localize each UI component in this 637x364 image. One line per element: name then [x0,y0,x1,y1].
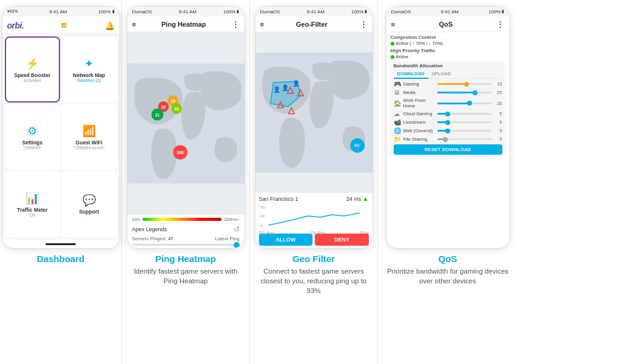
livestream-icon: 📹 [394,119,401,126]
qos-body: Congestion Control Active ( ↑ 70% / ↓ 70… [386,32,510,248]
gaming-label: Gaming [403,81,435,87]
geo-menu-icon[interactable]: ≡ [260,21,264,28]
ping-game-name: Apex Legends [132,226,167,232]
reset-download-button[interactable]: RESET DOWNLOAD [394,144,502,155]
support-tile[interactable]: 💬 Support [61,171,117,237]
qos-top-bar: ≡ QoS ⋮ [386,16,510,32]
ping-heatmap-phone: DumaOS 9:41 AM 100% ▮ ≡ Ping Heatmap ⋮ [127,6,245,249]
settings-tile[interactable]: ⚙ Settings "OR8884" [5,104,61,170]
geo-action-buttons: ALLOW DENY [259,234,369,246]
ping-battery: 100% [223,9,235,15]
speed-booster-icon: ⚡ [25,57,39,70]
livestream-val: 5 [494,120,502,125]
geo-axis-left: 20s Ago [259,231,274,235]
livestream-slider[interactable] [437,120,491,125]
dashboard-label-area: Dashboard [35,254,87,266]
geo-filter-panel: DumaOS 9:41 AM 100% ▮ ≡ Geo-Filter ⋮ [250,0,377,364]
tab-upload[interactable]: UPLOAD [428,70,455,78]
orbi-header: orbi. 📶 🔔 [2,16,120,34]
dashboard-panel: ▾90% 9:41 AM 100% ▮ orbi. 📶 🔔 ⚡ [0,0,121,364]
guest-wifi-icon: 📶 [83,124,96,138]
svg-text:0: 0 [260,224,263,228]
bandwidth-allocation: Bandwidth Allocation DOWNLOAD UPLOAD 🎮 G… [391,61,505,157]
network-map-icon: ✦ [84,57,93,70]
guest-wifi-label: Guest WiFi [76,140,103,146]
congestion-label: Congestion Control [391,35,505,40]
ping-heatmap-panel: DumaOS 9:41 AM 100% ▮ ≡ Ping Heatmap ⋮ [122,0,249,364]
geo-title: Geo Filter [257,254,370,264]
speed-booster-tile[interactable]: ⚡ Speed Booster Activated [5,36,61,103]
file-sharing-label: File Sharing [403,136,435,142]
geo-allow-button[interactable]: ALLOW [259,234,313,246]
gaming-val: 15 [494,81,502,87]
ping-screen-title: Ping Heatmap [161,21,206,28]
bell-icon[interactable]: 🔔 [105,21,115,30]
congestion-status-text: Active ( ↑ 70% / ↓ 70%) [396,41,443,46]
guest-wifi-status: "OR8884-Guest" [73,146,105,150]
media-icon: 🖥 [394,89,401,96]
geo-status-bar: DumaOS 9:41 AM 100% ▮ [255,7,372,16]
qos-wifi-label: DumaOS [391,9,411,15]
geo-axis-right: Now [360,231,368,235]
geo-wifi-label: DumaOS [260,9,280,15]
ping-refresh-icon[interactable]: ↺ [234,225,240,234]
wfh-slider[interactable] [437,101,491,106]
wfh-label: Work From Home [403,98,435,109]
gaming-icon: 🎮 [394,81,401,87]
ping-top-bar: ≡ Ping Heatmap ⋮ [127,16,244,32]
geo-deny-button[interactable]: DENY [315,234,369,246]
web-slider[interactable] [437,129,491,133]
network-map-label: Network Map [73,72,105,78]
cloud-gaming-icon: ☁ [394,110,401,117]
orbi-screen: ▾90% 9:41 AM 100% ▮ orbi. 📶 🔔 ⚡ [2,7,120,248]
ping-scale-max: 200ms+ [224,217,239,221]
speed-booster-label: Speed Booster [14,72,50,78]
geo-map-screen: DumaOS 9:41 AM 100% ▮ ≡ Geo-Filter ⋮ [255,7,372,248]
high-priority-label: High Priority Traffic [391,48,505,53]
wfh-icon: 🏠 [394,100,401,107]
traffic-meter-tile[interactable]: 📊 Traffic Meter Off [5,171,61,237]
geo-player-1: 👤 [272,86,280,93]
ping-map-area: 10 16 21 30 366 [127,32,244,215]
ping-label-area: Ping Heatmap Identify fastest game serve… [127,254,244,286]
traffic-meter-status: Off [30,213,35,217]
traffic-meter-icon: 📊 [25,192,39,205]
geo-label-area: Geo Filter Connect to fastest game serve… [255,254,372,295]
signal-indicator: 📶 [61,23,67,28]
geo-battery: 100% [351,9,363,15]
qos-row-file-sharing: 📁 File Sharing 5 [394,136,502,143]
network-map-tile[interactable]: ✦ Network Map Satellites (1) [61,36,117,103]
geo-time: 9:41 AM [307,9,325,15]
qos-more-icon[interactable]: ⋮ [496,19,504,29]
qos-menu-icon[interactable]: ≡ [391,21,395,28]
qos-row-web: 🌐 Web (General) 5 [394,127,502,134]
tab-download[interactable]: DOWNLOAD [394,70,428,79]
gaming-slider[interactable] [437,82,491,87]
settings-status: "OR8884" [23,146,42,150]
geo-player-3: 👤 [292,79,300,87]
geo-more-icon[interactable]: ⋮ [360,19,368,29]
ping-menu-icon[interactable]: ≡ [132,21,136,28]
file-sharing-slider[interactable] [437,137,491,142]
ping-status-bar: DumaOS 9:41 AM 100% ▮ [127,7,244,16]
battery-icon: ▮ [112,9,115,14]
ping-bottom-info: 1ms 200ms+ Apex Legends ↺ Servers Pinged… [127,215,244,248]
svg-text:16: 16 [170,99,175,103]
svg-text:✏: ✏ [354,141,360,150]
orbi-tile-grid: ⚡ Speed Booster Activated ✦ Network Map … [2,34,120,240]
media-slider[interactable] [437,90,491,95]
carrier-signal: ▾90% [7,9,18,14]
qos-battery: 100% [488,9,500,15]
ping-desc: Identify fastest game servers with Ping … [129,266,242,286]
geo-ping-display: 24 ms ▲ [346,195,369,202]
cloud-gaming-slider[interactable] [437,112,491,116]
ping-scale-bar [143,218,222,221]
ping-slider-track [132,244,240,246]
cloud-gaming-label: Cloud Gaming [403,111,435,116]
guest-wifi-tile[interactable]: 📶 Guest WiFi "OR8884-Guest" [61,104,117,170]
ping-slider-thumb[interactable] [234,242,240,248]
geo-server-name: San Francisco 1 [259,196,298,202]
qos-row-wfh: 🏠 Work From Home 20 [394,98,502,109]
geo-filter-phone: DumaOS 9:41 AM 100% ▮ ≡ Geo-Filter ⋮ [255,6,373,249]
ping-more-icon[interactable]: ⋮ [232,19,240,29]
